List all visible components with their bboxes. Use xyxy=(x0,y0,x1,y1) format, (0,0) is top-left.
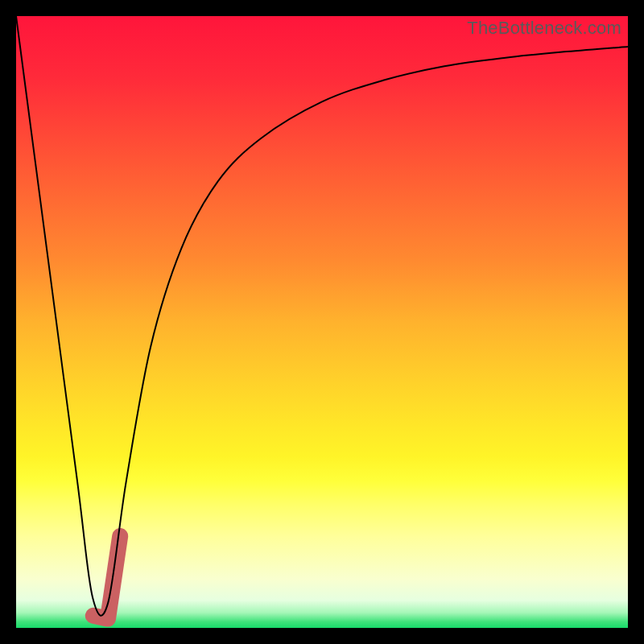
watermark-text: TheBottleneck.com xyxy=(467,18,621,39)
outer-frame: TheBottleneck.com xyxy=(0,0,644,644)
plot-area: TheBottleneck.com xyxy=(16,16,628,628)
bottleneck-curve xyxy=(16,16,628,616)
curve-layer xyxy=(16,16,628,628)
